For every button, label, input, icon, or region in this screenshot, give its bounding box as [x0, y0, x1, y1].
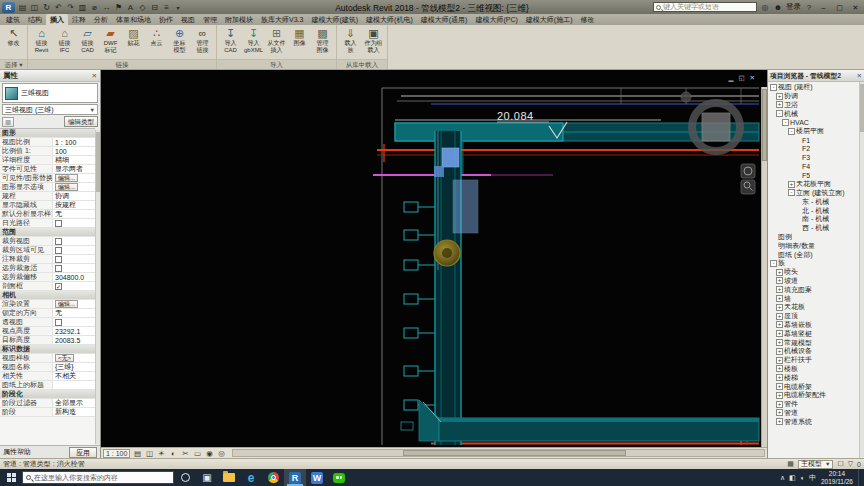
prop-value[interactable]	[52, 255, 95, 263]
link-ifc-button[interactable]: ⌂链接 IFC	[53, 26, 76, 53]
browser-item-5[interactable]: -楼层平面	[768, 127, 859, 136]
tree-toggle-icon[interactable]: +	[776, 269, 783, 276]
prop-checkbox[interactable]	[55, 238, 62, 245]
tree-toggle-icon[interactable]: -	[770, 84, 777, 91]
browser-item-9[interactable]: F4	[768, 162, 859, 171]
browser-item-31[interactable]: +栏杆扶手	[768, 356, 859, 365]
tree-toggle-icon[interactable]: +	[776, 304, 783, 311]
taskbar-search-input[interactable]: 在这里输入你要搜索的内容	[22, 471, 174, 484]
tree-toggle-icon[interactable]: +	[788, 181, 795, 188]
tree-toggle-icon[interactable]: -	[782, 119, 789, 126]
show-crop-region-icon[interactable]: ▭	[192, 449, 202, 458]
prop-edit-button[interactable]: 编辑...	[55, 300, 78, 308]
selection-sphere[interactable]	[434, 240, 460, 266]
prop-value[interactable]: 精细	[52, 156, 95, 164]
tag-icon[interactable]: ⚑	[113, 2, 124, 13]
undo-icon[interactable]: ↶	[53, 2, 64, 13]
3d-view-canvas[interactable]: 20.084	[101, 70, 767, 447]
taskbar-file-explorer[interactable]	[218, 469, 240, 486]
temporary-hide-isolate-icon[interactable]: ◉	[204, 449, 214, 458]
tree-toggle-icon[interactable]: +	[776, 286, 783, 293]
user-icon[interactable]: ☻	[773, 3, 783, 12]
ribbon-tab-0[interactable]: 建筑	[2, 14, 24, 25]
coordination-model-button[interactable]: ⊕坐标 模型	[168, 26, 191, 53]
start-button[interactable]	[0, 469, 22, 486]
tree-toggle-icon[interactable]: +	[776, 401, 783, 408]
ribbon-tab-6[interactable]: 协作	[155, 14, 177, 25]
project-browser-close-icon[interactable]: ✕	[857, 72, 862, 80]
browser-item-36[interactable]: +管件	[768, 400, 859, 409]
browser-item-26[interactable]: +屋顶	[768, 312, 859, 321]
view-scale-button[interactable]: 1 : 100	[103, 449, 130, 458]
prop-value[interactable]: 23292.1	[52, 327, 95, 335]
prop-value[interactable]: 新构造	[52, 408, 95, 416]
tree-toggle-icon[interactable]: +	[776, 339, 783, 346]
ribbon-tab-5[interactable]: 体量和场地	[112, 14, 155, 25]
decal-button[interactable]: ▨贴花	[122, 26, 145, 47]
prop-checkbox[interactable]	[55, 265, 62, 272]
tree-toggle-icon[interactable]: +	[776, 330, 783, 337]
browser-item-38[interactable]: +管道系统	[768, 417, 859, 426]
prop-value[interactable]	[52, 264, 95, 272]
browser-item-0[interactable]: -视图 (规程)	[768, 83, 859, 92]
browser-item-25[interactable]: +天花板	[768, 303, 859, 312]
ribbon-tab-1[interactable]: 结构	[24, 14, 46, 25]
prop-value[interactable]: 编辑...	[52, 174, 95, 182]
taskbar-revit[interactable]: R	[284, 469, 306, 486]
prop-edit-button[interactable]: 编辑...	[55, 183, 78, 191]
tree-toggle-icon[interactable]: -	[776, 110, 783, 117]
prop-value[interactable]: 无	[52, 210, 95, 218]
prop-value[interactable]: <无>	[52, 354, 95, 362]
exchange-apps-icon[interactable]: ◎	[760, 3, 770, 12]
3d-viewport[interactable]: 20.084 ▁ ◱ ✕	[101, 70, 767, 447]
properties-scrollbar[interactable]	[95, 130, 100, 444]
type-selector-combo[interactable]: 三维视图 (三维) ▼	[2, 104, 98, 115]
browser-item-8[interactable]: F3	[768, 153, 859, 162]
visual-style-icon[interactable]: ◫	[144, 449, 154, 458]
action-center-button[interactable]	[858, 469, 863, 486]
clock[interactable]: 20:14 2019/11/26	[821, 470, 853, 485]
project-browser-header[interactable]: 项目浏览器 - 管线模型2 ✕	[768, 70, 864, 82]
properties-close-icon[interactable]: ✕	[92, 72, 97, 80]
design-options-select[interactable]: 主模型 ▼	[798, 460, 833, 469]
tree-toggle-icon[interactable]: +	[776, 374, 783, 381]
image-button[interactable]: ▦图像	[288, 26, 311, 47]
prop-value[interactable]: 编辑...	[52, 300, 95, 308]
tree-toggle-icon[interactable]: +	[776, 93, 783, 100]
qat-dropdown-icon[interactable]: ▾	[174, 4, 182, 11]
prop-value[interactable]	[52, 381, 95, 389]
properties-help-link[interactable]: 属性帮助	[3, 447, 31, 457]
save-icon[interactable]: ◫	[29, 2, 40, 13]
browser-item-20[interactable]: -族	[768, 259, 859, 268]
tray-expand-icon[interactable]: ∧	[780, 474, 785, 482]
tree-toggle-icon[interactable]: +	[776, 365, 783, 372]
manage-images-button[interactable]: ▩管理 图像	[311, 26, 334, 53]
tree-toggle-icon[interactable]: -	[788, 189, 795, 196]
prop-edit-button[interactable]: <无>	[55, 354, 74, 362]
browser-item-28[interactable]: +幕墙竖梃	[768, 329, 859, 338]
crop-view-icon[interactable]: ✂	[180, 449, 190, 458]
prop-checkbox[interactable]	[55, 319, 62, 326]
reveal-hidden-elements-icon[interactable]: ◎	[216, 449, 226, 458]
browser-item-33[interactable]: +楼梯	[768, 373, 859, 382]
ribbon-tab-13[interactable]: 建模大师(通用)	[417, 14, 472, 25]
taskbar-task-view[interactable]: ▣	[196, 469, 218, 486]
help-icon[interactable]: ?	[804, 3, 814, 12]
revit-app-icon[interactable]: R	[2, 2, 15, 13]
prop-value[interactable]: 按规程	[52, 201, 95, 209]
load-family-button[interactable]: ⇓载入 族	[339, 26, 362, 53]
shadows-icon[interactable]: ◐	[168, 449, 178, 458]
properties-header[interactable]: 属性 ✕	[0, 70, 100, 82]
browser-item-22[interactable]: +坡道	[768, 277, 859, 286]
tree-toggle-icon[interactable]: +	[776, 313, 783, 320]
view-restore-icon[interactable]: ◱	[738, 74, 744, 82]
minimize-button[interactable]: –	[817, 2, 830, 13]
redo-icon[interactable]: ↷	[65, 2, 76, 13]
prop-value[interactable]: 20083.5	[52, 336, 95, 344]
edit-type-button[interactable]: 编辑类型	[64, 116, 98, 127]
default-3d-view-icon[interactable]: ◇	[137, 2, 148, 13]
prop-value[interactable]	[52, 219, 95, 227]
detail-level-icon[interactable]: ▤	[132, 449, 142, 458]
import-cad-button[interactable]: ↧导入 CAD	[219, 26, 242, 53]
taskbar-wechat[interactable]	[328, 469, 350, 486]
